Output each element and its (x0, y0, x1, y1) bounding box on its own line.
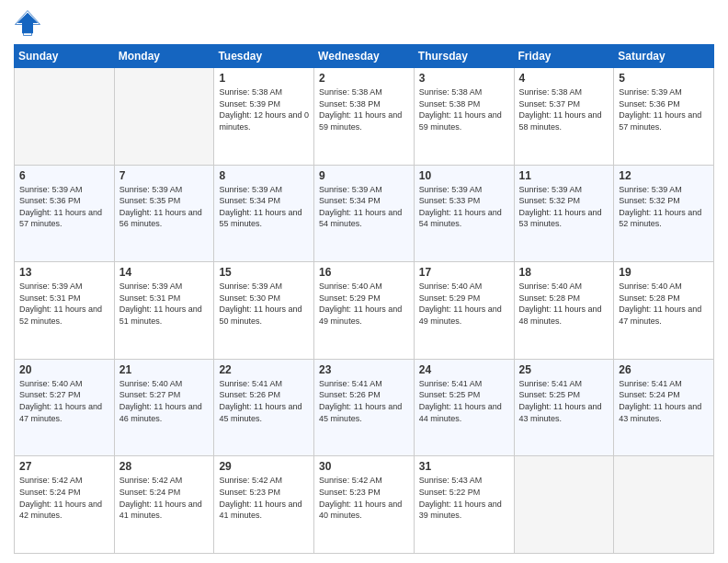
calendar-cell: 24Sunrise: 5:41 AM Sunset: 5:25 PM Dayli… (414, 359, 514, 456)
day-number: 28 (119, 460, 210, 473)
calendar-cell: 12Sunrise: 5:39 AM Sunset: 5:32 PM Dayli… (614, 165, 714, 262)
day-info: Sunrise: 5:38 AM Sunset: 5:39 PM Dayligh… (219, 86, 309, 132)
day-info: Sunrise: 5:40 AM Sunset: 5:29 PM Dayligh… (419, 281, 509, 327)
logo-icon (14, 9, 41, 37)
weekday-header-monday: Monday (114, 45, 214, 68)
day-info: Sunrise: 5:39 AM Sunset: 5:36 PM Dayligh… (619, 86, 709, 132)
day-number: 26 (619, 363, 709, 376)
day-number: 10 (419, 169, 509, 182)
calendar-week-2: 6Sunrise: 5:39 AM Sunset: 5:36 PM Daylig… (15, 165, 714, 262)
calendar-cell (514, 456, 614, 554)
day-number: 22 (219, 363, 309, 376)
day-number: 29 (219, 460, 309, 473)
day-info: Sunrise: 5:42 AM Sunset: 5:23 PM Dayligh… (319, 475, 409, 521)
calendar-cell: 11Sunrise: 5:39 AM Sunset: 5:32 PM Dayli… (514, 165, 614, 262)
day-info: Sunrise: 5:41 AM Sunset: 5:26 PM Dayligh… (219, 378, 309, 424)
svg-marker-0 (17, 13, 39, 34)
day-info: Sunrise: 5:39 AM Sunset: 5:32 PM Dayligh… (619, 184, 709, 230)
day-number: 12 (619, 169, 709, 182)
calendar-cell: 30Sunrise: 5:42 AM Sunset: 5:23 PM Dayli… (314, 456, 415, 554)
calendar-cell: 31Sunrise: 5:43 AM Sunset: 5:22 PM Dayli… (414, 456, 514, 554)
calendar-cell (15, 68, 115, 166)
day-number: 1 (219, 72, 309, 85)
day-number: 18 (519, 266, 609, 279)
calendar: SundayMondayTuesdayWednesdayThursdayFrid… (14, 44, 714, 554)
day-number: 27 (19, 460, 109, 473)
day-number: 24 (419, 363, 509, 376)
calendar-cell: 19Sunrise: 5:40 AM Sunset: 5:28 PM Dayli… (614, 262, 714, 360)
day-info: Sunrise: 5:39 AM Sunset: 5:33 PM Dayligh… (419, 184, 509, 230)
header (14, 9, 714, 37)
calendar-cell: 3Sunrise: 5:38 AM Sunset: 5:38 PM Daylig… (414, 68, 514, 166)
day-number: 21 (119, 363, 210, 376)
calendar-cell: 15Sunrise: 5:39 AM Sunset: 5:30 PM Dayli… (214, 262, 314, 360)
calendar-week-5: 27Sunrise: 5:42 AM Sunset: 5:24 PM Dayli… (15, 456, 714, 554)
day-number: 5 (619, 72, 709, 85)
day-info: Sunrise: 5:39 AM Sunset: 5:32 PM Dayligh… (519, 184, 609, 230)
weekday-header-friday: Friday (514, 45, 614, 68)
calendar-cell: 10Sunrise: 5:39 AM Sunset: 5:33 PM Dayli… (414, 165, 514, 262)
day-number: 20 (19, 363, 109, 376)
day-info: Sunrise: 5:40 AM Sunset: 5:27 PM Dayligh… (119, 378, 210, 424)
day-info: Sunrise: 5:41 AM Sunset: 5:25 PM Dayligh… (419, 378, 509, 424)
day-info: Sunrise: 5:39 AM Sunset: 5:30 PM Dayligh… (219, 281, 309, 327)
day-number: 11 (519, 169, 609, 182)
day-number: 16 (319, 266, 409, 279)
calendar-cell: 14Sunrise: 5:39 AM Sunset: 5:31 PM Dayli… (114, 262, 214, 360)
day-info: Sunrise: 5:39 AM Sunset: 5:31 PM Dayligh… (119, 281, 210, 327)
calendar-cell: 13Sunrise: 5:39 AM Sunset: 5:31 PM Dayli… (15, 262, 115, 360)
day-number: 23 (319, 363, 409, 376)
day-info: Sunrise: 5:40 AM Sunset: 5:28 PM Dayligh… (519, 281, 609, 327)
day-info: Sunrise: 5:40 AM Sunset: 5:29 PM Dayligh… (319, 281, 409, 327)
weekday-header-sunday: Sunday (15, 45, 115, 68)
logo (14, 9, 45, 37)
day-number: 6 (19, 169, 109, 182)
day-info: Sunrise: 5:39 AM Sunset: 5:34 PM Dayligh… (219, 184, 309, 230)
day-info: Sunrise: 5:39 AM Sunset: 5:34 PM Dayligh… (319, 184, 409, 230)
day-info: Sunrise: 5:42 AM Sunset: 5:24 PM Dayligh… (19, 475, 109, 521)
day-info: Sunrise: 5:42 AM Sunset: 5:23 PM Dayligh… (219, 475, 309, 521)
day-number: 4 (519, 72, 609, 85)
weekday-header-tuesday: Tuesday (214, 45, 314, 68)
day-number: 2 (319, 72, 409, 85)
weekday-header-row: SundayMondayTuesdayWednesdayThursdayFrid… (15, 45, 714, 68)
day-info: Sunrise: 5:42 AM Sunset: 5:24 PM Dayligh… (119, 475, 210, 521)
day-info: Sunrise: 5:40 AM Sunset: 5:27 PM Dayligh… (19, 378, 109, 424)
calendar-cell: 18Sunrise: 5:40 AM Sunset: 5:28 PM Dayli… (514, 262, 614, 360)
day-number: 9 (319, 169, 409, 182)
day-number: 14 (119, 266, 210, 279)
day-number: 3 (419, 72, 509, 85)
weekday-header-wednesday: Wednesday (314, 45, 415, 68)
calendar-cell: 2Sunrise: 5:38 AM Sunset: 5:38 PM Daylig… (314, 68, 415, 166)
calendar-cell: 8Sunrise: 5:39 AM Sunset: 5:34 PM Daylig… (214, 165, 314, 262)
day-info: Sunrise: 5:39 AM Sunset: 5:31 PM Dayligh… (19, 281, 109, 327)
day-info: Sunrise: 5:38 AM Sunset: 5:38 PM Dayligh… (319, 86, 409, 132)
calendar-cell: 17Sunrise: 5:40 AM Sunset: 5:29 PM Dayli… (414, 262, 514, 360)
day-info: Sunrise: 5:38 AM Sunset: 5:37 PM Dayligh… (519, 86, 609, 132)
calendar-cell: 26Sunrise: 5:41 AM Sunset: 5:24 PM Dayli… (614, 359, 714, 456)
calendar-cell: 23Sunrise: 5:41 AM Sunset: 5:26 PM Dayli… (314, 359, 415, 456)
day-number: 13 (19, 266, 109, 279)
calendar-cell: 1Sunrise: 5:38 AM Sunset: 5:39 PM Daylig… (214, 68, 314, 166)
calendar-cell: 21Sunrise: 5:40 AM Sunset: 5:27 PM Dayli… (114, 359, 214, 456)
calendar-week-4: 20Sunrise: 5:40 AM Sunset: 5:27 PM Dayli… (15, 359, 714, 456)
day-number: 15 (219, 266, 309, 279)
day-number: 17 (419, 266, 509, 279)
day-number: 8 (219, 169, 309, 182)
day-info: Sunrise: 5:41 AM Sunset: 5:24 PM Dayligh… (619, 378, 709, 424)
day-number: 30 (319, 460, 409, 473)
calendar-cell: 22Sunrise: 5:41 AM Sunset: 5:26 PM Dayli… (214, 359, 314, 456)
day-info: Sunrise: 5:40 AM Sunset: 5:28 PM Dayligh… (619, 281, 709, 327)
day-info: Sunrise: 5:39 AM Sunset: 5:35 PM Dayligh… (119, 184, 210, 230)
day-info: Sunrise: 5:41 AM Sunset: 5:25 PM Dayligh… (519, 378, 609, 424)
day-number: 7 (119, 169, 210, 182)
day-info: Sunrise: 5:38 AM Sunset: 5:38 PM Dayligh… (419, 86, 509, 132)
calendar-cell: 7Sunrise: 5:39 AM Sunset: 5:35 PM Daylig… (114, 165, 214, 262)
day-number: 25 (519, 363, 609, 376)
calendar-week-1: 1Sunrise: 5:38 AM Sunset: 5:39 PM Daylig… (15, 68, 714, 166)
calendar-week-3: 13Sunrise: 5:39 AM Sunset: 5:31 PM Dayli… (15, 262, 714, 360)
calendar-cell (114, 68, 214, 166)
calendar-cell: 20Sunrise: 5:40 AM Sunset: 5:27 PM Dayli… (15, 359, 115, 456)
calendar-cell: 29Sunrise: 5:42 AM Sunset: 5:23 PM Dayli… (214, 456, 314, 554)
calendar-cell: 9Sunrise: 5:39 AM Sunset: 5:34 PM Daylig… (314, 165, 415, 262)
